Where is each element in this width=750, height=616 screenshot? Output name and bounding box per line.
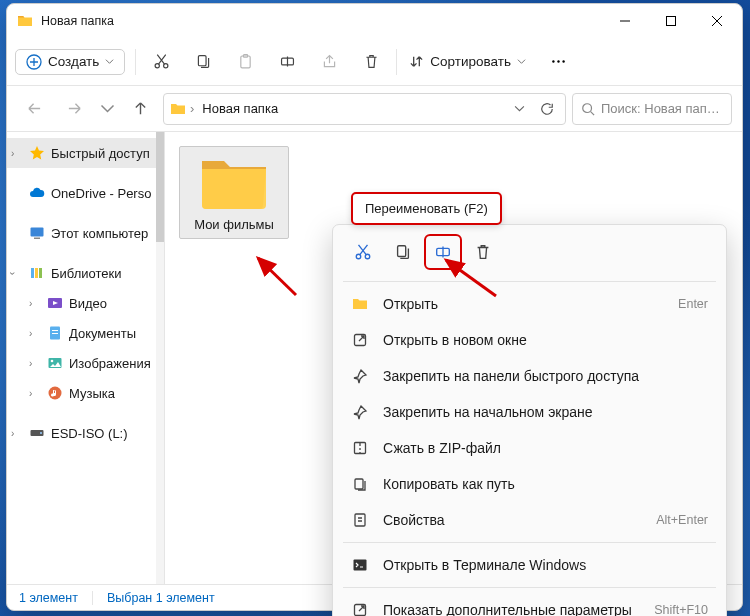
forward-button[interactable] — [57, 92, 91, 126]
ctx-cut-button[interactable] — [345, 235, 381, 269]
toolbar: Создать Сортировать — [7, 38, 742, 86]
address-bar[interactable]: › Новая папка — [163, 93, 566, 125]
ctx-copy-button[interactable] — [385, 235, 421, 269]
ctx-label: Закрепить на начальном экране — [383, 404, 708, 420]
chevron-right-icon: › — [11, 428, 14, 439]
recent-locations-button[interactable] — [97, 92, 117, 126]
sort-icon — [409, 54, 424, 69]
sidebar-item-video[interactable]: › Видео — [7, 288, 164, 318]
sidebar-item-label: Музыка — [69, 386, 115, 401]
chevron-right-icon: › — [29, 388, 32, 399]
chevron-down-icon — [105, 57, 114, 66]
more-icon — [351, 602, 369, 616]
ctx-properties[interactable]: Свойства Alt+Enter — [333, 502, 726, 538]
svg-point-25 — [40, 432, 42, 434]
folder-item[interactable]: Мои фильмы — [179, 146, 289, 239]
ctx-shortcut: Alt+Enter — [656, 513, 708, 527]
search-placeholder: Поиск: Новая пап… — [601, 101, 720, 116]
zip-icon — [351, 440, 369, 456]
ctx-label: Копировать как путь — [383, 476, 708, 492]
document-icon — [47, 325, 63, 341]
svg-point-2 — [155, 64, 159, 68]
search-input[interactable]: Поиск: Новая пап… — [572, 93, 732, 125]
ctx-label: Показать дополнительные параметры — [383, 602, 640, 616]
ctx-open[interactable]: Открыть Enter — [333, 286, 726, 322]
ctx-pin-quick-access[interactable]: Закрепить на панели быстрого доступа — [333, 358, 726, 394]
search-icon — [581, 102, 595, 116]
libraries-icon — [29, 265, 45, 281]
sidebar-item-label: OneDrive - Perso — [51, 186, 151, 201]
refresh-button[interactable] — [535, 102, 559, 116]
chevron-right-icon: › — [29, 298, 32, 309]
sidebar-item-onedrive[interactable]: OneDrive - Perso — [7, 178, 164, 208]
sidebar-item-pictures[interactable]: › Изображения — [7, 348, 164, 378]
folder-icon — [17, 13, 33, 29]
new-button[interactable]: Создать — [15, 49, 125, 75]
minimize-button[interactable] — [602, 4, 648, 38]
svg-point-8 — [553, 60, 555, 62]
ctx-label: Свойства — [383, 512, 642, 528]
window-title: Новая папка — [41, 14, 114, 28]
ctx-open-terminal[interactable]: Открыть в Терминале Windows — [333, 547, 726, 583]
sidebar-item-this-pc[interactable]: Этот компьютер — [7, 218, 164, 248]
svg-rect-28 — [398, 246, 406, 257]
ctx-open-new-window[interactable]: Открыть в новом окне — [333, 322, 726, 358]
tooltip-text: Переименовать (F2) — [365, 201, 488, 216]
sidebar-item-label: ESD-ISO (L:) — [51, 426, 128, 441]
sort-button-label: Сортировать — [430, 54, 511, 69]
svg-rect-14 — [31, 268, 34, 278]
folder-item-label: Мои фильмы — [194, 217, 274, 232]
copy-button[interactable] — [182, 43, 224, 81]
rename-button[interactable] — [266, 43, 308, 81]
svg-point-26 — [356, 254, 361, 259]
sidebar-item-libraries[interactable]: › Библиотеки — [7, 258, 164, 288]
ctx-shortcut: Shift+F10 — [654, 603, 708, 616]
svg-rect-32 — [355, 479, 363, 489]
music-icon — [47, 385, 63, 401]
sidebar-item-label: Видео — [69, 296, 107, 311]
status-count: 1 элемент — [19, 591, 78, 605]
ctx-show-more[interactable]: Показать дополнительные параметры Shift+… — [333, 592, 726, 616]
up-button[interactable] — [123, 92, 157, 126]
pictures-icon — [47, 355, 63, 371]
sidebar-item-quick-access[interactable]: › Быстрый доступ — [7, 138, 164, 168]
back-button[interactable] — [17, 92, 51, 126]
cut-button[interactable] — [140, 43, 182, 81]
svg-rect-15 — [35, 268, 38, 278]
annotation-arrow — [246, 250, 306, 300]
ctx-copy-path[interactable]: Копировать как путь — [333, 466, 726, 502]
svg-rect-34 — [354, 560, 367, 571]
breadcrumb-item[interactable]: Новая папка — [198, 99, 282, 118]
share-button[interactable] — [308, 43, 350, 81]
chevron-right-icon: › — [29, 328, 32, 339]
scrollbar-thumb[interactable] — [156, 132, 164, 242]
terminal-icon — [351, 557, 369, 573]
ctx-compress-zip[interactable]: Сжать в ZIP-файл — [333, 430, 726, 466]
svg-point-9 — [558, 60, 560, 62]
ctx-pin-start[interactable]: Закрепить на начальном экране — [333, 394, 726, 430]
drive-icon — [29, 425, 45, 441]
status-selection: Выбран 1 элемент — [107, 591, 215, 605]
paste-button[interactable] — [224, 43, 266, 81]
separator — [343, 542, 716, 543]
rename-tooltip: Переименовать (F2) — [351, 192, 502, 225]
chevron-right-icon: › — [11, 148, 14, 159]
separator — [343, 587, 716, 588]
more-button[interactable] — [538, 43, 580, 81]
close-button[interactable] — [694, 4, 740, 38]
ctx-label: Сжать в ZIP-файл — [383, 440, 708, 456]
sidebar-item-music[interactable]: › Музыка — [7, 378, 164, 408]
chevron-down-icon: › — [7, 271, 18, 274]
ctx-label: Открыть — [383, 296, 664, 312]
breadcrumb-separator: › — [190, 101, 194, 116]
separator — [343, 281, 716, 282]
sidebar-item-documents[interactable]: › Документы — [7, 318, 164, 348]
ctx-shortcut: Enter — [678, 297, 708, 311]
sort-button[interactable]: Сортировать — [401, 50, 534, 73]
title-bar: Новая папка — [7, 4, 742, 38]
address-chevron-icon[interactable] — [507, 103, 531, 114]
delete-button[interactable] — [350, 43, 392, 81]
maximize-button[interactable] — [648, 4, 694, 38]
sidebar-item-drive[interactable]: › ESD-ISO (L:) — [7, 418, 164, 448]
svg-rect-13 — [34, 238, 40, 240]
